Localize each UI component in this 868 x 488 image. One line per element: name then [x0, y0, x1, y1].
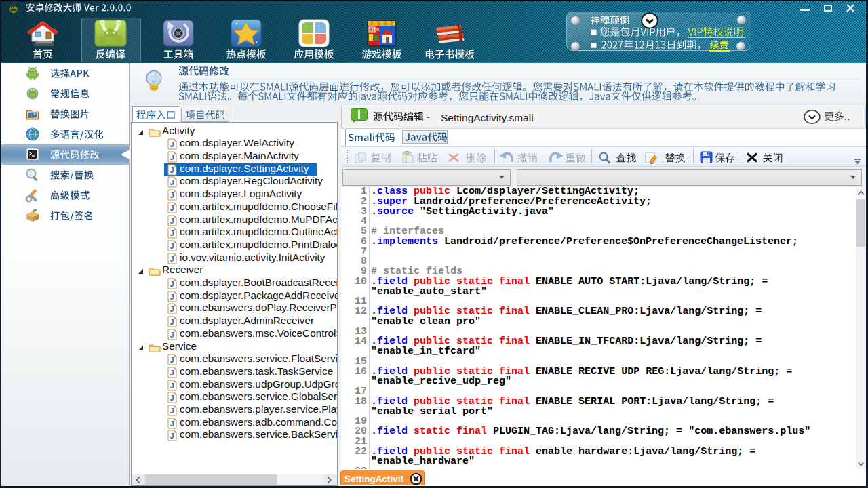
svg-text:J: J [170, 432, 174, 440]
svg-text:J: J [170, 229, 174, 237]
svg-text:LEGO: LEGO [370, 28, 379, 32]
svg-text:J: J [170, 191, 174, 199]
svg-text:J: J [170, 153, 174, 161]
svg-text:J: J [170, 318, 174, 326]
svg-text:J: J [170, 166, 174, 174]
svg-text:J: J [170, 217, 174, 225]
svg-text:J: J [170, 394, 174, 402]
svg-text:J: J [170, 204, 174, 212]
svg-text:J: J [170, 280, 174, 288]
svg-text:J: J [170, 293, 174, 301]
svg-text:J: J [170, 369, 174, 377]
svg-text:J: J [170, 178, 174, 186]
svg-text:J: J [170, 420, 174, 428]
svg-text:J: J [170, 140, 174, 148]
svg-text:J: J [170, 407, 174, 415]
svg-text:J: J [170, 331, 174, 339]
svg-text:J: J [170, 255, 174, 263]
svg-text:J: J [170, 242, 174, 250]
svg-text:J: J [170, 356, 174, 364]
svg-text:J: J [170, 305, 174, 313]
svg-text:J: J [170, 382, 174, 390]
